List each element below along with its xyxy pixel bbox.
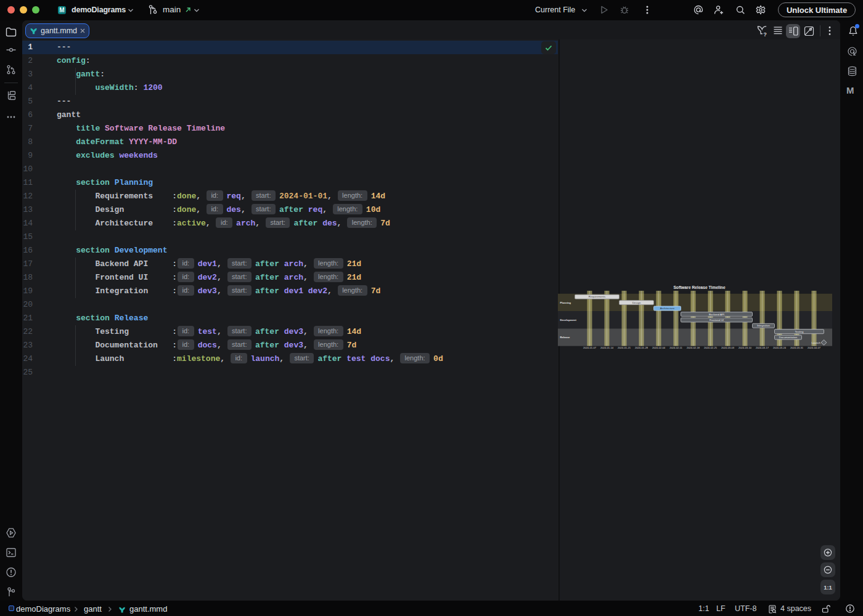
- svg-text:?: ?: [763, 31, 767, 37]
